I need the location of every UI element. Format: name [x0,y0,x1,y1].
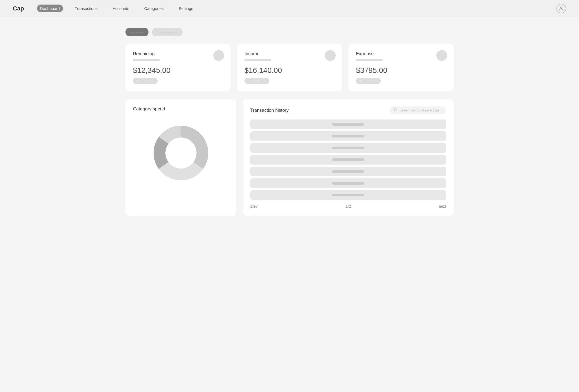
navbar: Cap Dashboard Transactions Accounts Cate… [0,0,579,17]
remaining-bar [133,59,160,61]
transaction-row[interactable] [250,120,446,129]
page-indicator: 1/2 [346,204,351,208]
income-title: Income [244,51,335,57]
remaining-badge: ~~~~~~~~~~ [133,78,158,84]
remaining-card: Remaining $12,345.00 ~~~~~~~~~~ [125,44,231,91]
expense-bar [356,59,383,61]
income-badge: ~~~~~~~~~~ [244,78,269,84]
filter-btn-2[interactable]: ~~~~~~~~~~ [152,28,183,36]
category-card: Category spend [125,99,236,216]
income-card: Income $16,140.00 ~~~~~~~~~~ [237,44,342,91]
filter-row: ~~~~~~ ~~~~~~~~~~ [125,28,454,36]
user-avatar[interactable] [556,4,566,13]
filter-btn-1[interactable]: ~~~~~~ [125,28,149,36]
summary-cards: Remaining $12,345.00 ~~~~~~~~~~ Income $… [125,44,454,91]
svg-point-6 [394,109,396,111]
search-icon [394,108,397,113]
income-amount: $16,140.00 [244,66,335,75]
donut-chart [133,118,229,188]
search-placeholder: Search for your transactions... [399,109,442,112]
svg-line-7 [396,111,397,111]
income-bar [244,59,271,61]
nav-settings[interactable]: Settings [176,5,196,12]
transaction-card: Transaction history Search for your tran… [243,99,454,216]
nav-transactions[interactable]: Transactions [72,5,101,12]
remaining-icon [213,50,224,61]
search-box[interactable]: Search for your transactions... [390,106,446,114]
income-icon [325,50,336,61]
transaction-row[interactable] [250,155,446,165]
donut-svg [151,124,210,182]
main-content: ~~~~~~ ~~~~~~~~~~ Remaining $12,345.00 ~… [113,17,466,227]
pagination: prev 1/2 next [250,204,446,208]
nav-accounts[interactable]: Accounts [109,5,132,12]
expense-title: Expense [356,51,446,57]
transaction-list [250,120,446,200]
nav-categories[interactable]: Categories [141,5,167,12]
expense-amount: $3795.00 [356,66,446,75]
expense-badge: ~~~~~~~~~~ [356,78,381,84]
svg-point-5 [166,138,196,168]
transaction-row[interactable] [250,190,446,200]
transaction-row[interactable] [250,131,446,141]
remaining-title: Remaining [133,51,223,57]
expense-card: Expense $3795.00 ~~~~~~~~~~ [348,44,454,91]
category-title: Category spend [133,106,229,112]
next-button[interactable]: next [439,204,446,208]
expense-icon [436,50,447,61]
remaining-amount: $12,345.00 [133,66,223,75]
nav-dashboard[interactable]: Dashboard [37,5,63,12]
transaction-row[interactable] [250,167,446,176]
bottom-row: Category spend [125,99,454,216]
transaction-row[interactable] [250,143,446,153]
transaction-header: Transaction history Search for your tran… [250,106,446,114]
prev-button[interactable]: prev [250,204,258,208]
transaction-row[interactable] [250,178,446,188]
transaction-title: Transaction history [250,108,289,113]
app-logo: Cap [13,5,24,12]
svg-point-0 [561,7,562,9]
